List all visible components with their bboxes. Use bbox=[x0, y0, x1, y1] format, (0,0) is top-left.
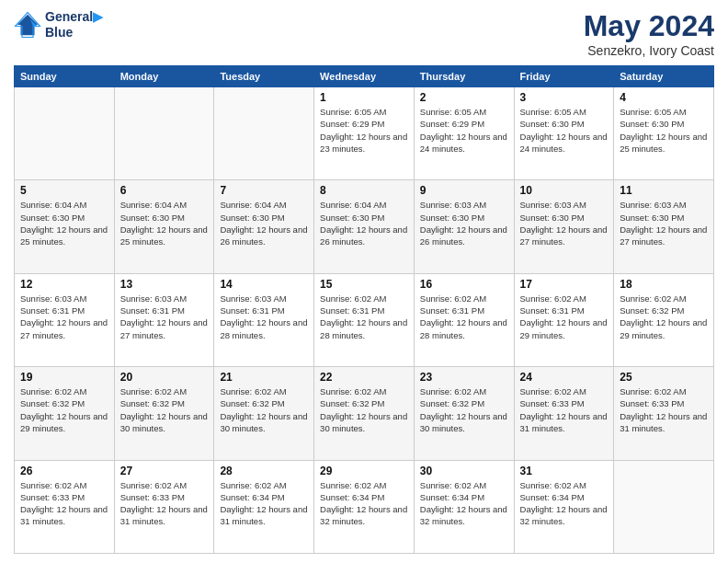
calendar-cell: 26Sunrise: 6:02 AMSunset: 6:33 PMDayligh… bbox=[15, 460, 115, 553]
day-info: Sunrise: 6:02 AMSunset: 6:34 PMDaylight:… bbox=[420, 479, 508, 528]
calendar-cell: 8Sunrise: 6:04 AMSunset: 6:30 PMDaylight… bbox=[314, 180, 415, 273]
day-number: 8 bbox=[320, 184, 408, 197]
calendar-cell: 11Sunrise: 6:03 AMSunset: 6:30 PMDayligh… bbox=[614, 180, 714, 273]
col-friday: Friday bbox=[514, 66, 614, 87]
calendar-cell: 28Sunrise: 6:02 AMSunset: 6:34 PMDayligh… bbox=[214, 460, 314, 553]
day-number: 26 bbox=[20, 465, 108, 477]
day-number: 15 bbox=[320, 278, 408, 291]
calendar-cell: 22Sunrise: 6:02 AMSunset: 6:32 PMDayligh… bbox=[314, 367, 415, 460]
day-info: Sunrise: 6:02 AMSunset: 6:31 PMDaylight:… bbox=[320, 293, 408, 341]
calendar-header-row: Sunday Monday Tuesday Wednesday Thursday… bbox=[15, 66, 714, 87]
calendar-cell bbox=[15, 87, 115, 180]
day-info: Sunrise: 6:02 AMSunset: 6:32 PMDaylight:… bbox=[120, 385, 209, 434]
calendar-cell: 24Sunrise: 6:02 AMSunset: 6:33 PMDayligh… bbox=[514, 367, 614, 460]
day-number: 29 bbox=[320, 465, 408, 477]
day-number: 23 bbox=[420, 371, 508, 384]
day-info: Sunrise: 6:02 AMSunset: 6:33 PMDaylight:… bbox=[20, 479, 108, 528]
day-number: 5 bbox=[20, 184, 108, 197]
day-number: 21 bbox=[220, 371, 308, 384]
calendar-cell: 15Sunrise: 6:02 AMSunset: 6:31 PMDayligh… bbox=[314, 273, 415, 366]
day-number: 14 bbox=[220, 278, 308, 291]
day-number: 2 bbox=[420, 91, 508, 104]
calendar-cell: 23Sunrise: 6:02 AMSunset: 6:32 PMDayligh… bbox=[414, 367, 514, 460]
day-info: Sunrise: 6:02 AMSunset: 6:33 PMDaylight:… bbox=[520, 385, 609, 434]
calendar-cell: 27Sunrise: 6:02 AMSunset: 6:33 PMDayligh… bbox=[114, 460, 214, 553]
day-number: 22 bbox=[320, 371, 408, 384]
calendar-week-1: 1Sunrise: 6:05 AMSunset: 6:29 PMDaylight… bbox=[15, 87, 714, 180]
col-monday: Monday bbox=[114, 66, 214, 87]
day-number: 6 bbox=[120, 184, 209, 197]
calendar-cell: 2Sunrise: 6:05 AMSunset: 6:29 PMDaylight… bbox=[414, 87, 514, 180]
calendar-cell: 19Sunrise: 6:02 AMSunset: 6:32 PMDayligh… bbox=[15, 367, 115, 460]
day-info: Sunrise: 6:05 AMSunset: 6:30 PMDaylight:… bbox=[620, 106, 708, 155]
calendar-week-4: 19Sunrise: 6:02 AMSunset: 6:32 PMDayligh… bbox=[15, 367, 714, 460]
day-info: Sunrise: 6:03 AMSunset: 6:31 PMDaylight:… bbox=[220, 293, 308, 341]
col-saturday: Saturday bbox=[614, 66, 714, 87]
day-info: Sunrise: 6:02 AMSunset: 6:31 PMDaylight:… bbox=[520, 293, 609, 341]
location: Senzekro, Ivory Coast bbox=[584, 43, 714, 58]
day-info: Sunrise: 6:05 AMSunset: 6:29 PMDaylight:… bbox=[420, 106, 508, 155]
calendar-week-2: 5Sunrise: 6:04 AMSunset: 6:30 PMDaylight… bbox=[15, 180, 714, 273]
day-number: 10 bbox=[520, 184, 609, 197]
calendar-cell: 10Sunrise: 6:03 AMSunset: 6:30 PMDayligh… bbox=[514, 180, 614, 273]
day-info: Sunrise: 6:05 AMSunset: 6:29 PMDaylight:… bbox=[320, 106, 408, 155]
title-block: May 2024 Senzekro, Ivory Coast bbox=[584, 9, 714, 58]
calendar-cell: 20Sunrise: 6:02 AMSunset: 6:32 PMDayligh… bbox=[114, 367, 214, 460]
day-number: 24 bbox=[520, 371, 609, 384]
day-number: 30 bbox=[420, 465, 508, 477]
day-number: 27 bbox=[120, 465, 209, 477]
day-number: 11 bbox=[620, 184, 708, 197]
logo-text: General▶ Blue bbox=[45, 9, 103, 40]
day-info: Sunrise: 6:04 AMSunset: 6:30 PMDaylight:… bbox=[120, 199, 209, 247]
calendar-cell: 13Sunrise: 6:03 AMSunset: 6:31 PMDayligh… bbox=[114, 273, 214, 366]
day-number: 28 bbox=[220, 465, 308, 477]
calendar-cell: 7Sunrise: 6:04 AMSunset: 6:30 PMDaylight… bbox=[214, 180, 314, 273]
calendar-cell: 3Sunrise: 6:05 AMSunset: 6:30 PMDaylight… bbox=[514, 87, 614, 180]
calendar-cell bbox=[614, 460, 714, 553]
day-info: Sunrise: 6:04 AMSunset: 6:30 PMDaylight:… bbox=[220, 199, 308, 247]
day-info: Sunrise: 6:02 AMSunset: 6:32 PMDaylight:… bbox=[220, 385, 308, 434]
calendar-cell: 5Sunrise: 6:04 AMSunset: 6:30 PMDaylight… bbox=[15, 180, 115, 273]
day-info: Sunrise: 6:02 AMSunset: 6:34 PMDaylight:… bbox=[320, 479, 408, 528]
day-info: Sunrise: 6:03 AMSunset: 6:31 PMDaylight:… bbox=[120, 293, 209, 341]
month-title: May 2024 bbox=[584, 9, 714, 43]
calendar-cell bbox=[114, 87, 214, 180]
day-number: 7 bbox=[220, 184, 308, 197]
calendar-week-5: 26Sunrise: 6:02 AMSunset: 6:33 PMDayligh… bbox=[15, 460, 714, 553]
day-number: 3 bbox=[520, 91, 609, 104]
calendar-cell: 6Sunrise: 6:04 AMSunset: 6:30 PMDaylight… bbox=[114, 180, 214, 273]
day-info: Sunrise: 6:03 AMSunset: 6:30 PMDaylight:… bbox=[420, 199, 508, 247]
calendar-cell: 16Sunrise: 6:02 AMSunset: 6:31 PMDayligh… bbox=[414, 273, 514, 366]
logo: General▶ Blue bbox=[14, 9, 103, 40]
day-number: 9 bbox=[420, 184, 508, 197]
day-info: Sunrise: 6:02 AMSunset: 6:32 PMDaylight:… bbox=[20, 385, 108, 434]
calendar-cell: 4Sunrise: 6:05 AMSunset: 6:30 PMDaylight… bbox=[614, 87, 714, 180]
day-number: 31 bbox=[520, 465, 609, 477]
col-tuesday: Tuesday bbox=[214, 66, 314, 87]
calendar-cell: 29Sunrise: 6:02 AMSunset: 6:34 PMDayligh… bbox=[314, 460, 415, 553]
day-info: Sunrise: 6:02 AMSunset: 6:33 PMDaylight:… bbox=[620, 385, 708, 434]
day-number: 20 bbox=[120, 371, 209, 384]
calendar-cell: 1Sunrise: 6:05 AMSunset: 6:29 PMDaylight… bbox=[314, 87, 415, 180]
day-number: 4 bbox=[620, 91, 708, 104]
calendar: Sunday Monday Tuesday Wednesday Thursday… bbox=[14, 65, 714, 554]
calendar-cell: 18Sunrise: 6:02 AMSunset: 6:32 PMDayligh… bbox=[614, 273, 714, 366]
day-info: Sunrise: 6:04 AMSunset: 6:30 PMDaylight:… bbox=[320, 199, 408, 247]
day-number: 12 bbox=[20, 278, 108, 291]
day-number: 25 bbox=[620, 371, 708, 384]
calendar-cell: 30Sunrise: 6:02 AMSunset: 6:34 PMDayligh… bbox=[414, 460, 514, 553]
calendar-cell: 21Sunrise: 6:02 AMSunset: 6:32 PMDayligh… bbox=[214, 367, 314, 460]
day-number: 16 bbox=[420, 278, 508, 291]
col-sunday: Sunday bbox=[15, 66, 115, 87]
calendar-cell bbox=[214, 87, 314, 180]
day-info: Sunrise: 6:02 AMSunset: 6:34 PMDaylight:… bbox=[220, 479, 308, 528]
col-thursday: Thursday bbox=[414, 66, 514, 87]
day-info: Sunrise: 6:02 AMSunset: 6:34 PMDaylight:… bbox=[520, 479, 609, 528]
col-wednesday: Wednesday bbox=[314, 66, 415, 87]
day-info: Sunrise: 6:03 AMSunset: 6:30 PMDaylight:… bbox=[520, 199, 609, 247]
calendar-cell: 31Sunrise: 6:02 AMSunset: 6:34 PMDayligh… bbox=[514, 460, 614, 553]
day-number: 18 bbox=[620, 278, 708, 291]
logo-icon bbox=[14, 11, 41, 39]
day-number: 13 bbox=[120, 278, 209, 291]
calendar-cell: 14Sunrise: 6:03 AMSunset: 6:31 PMDayligh… bbox=[214, 273, 314, 366]
